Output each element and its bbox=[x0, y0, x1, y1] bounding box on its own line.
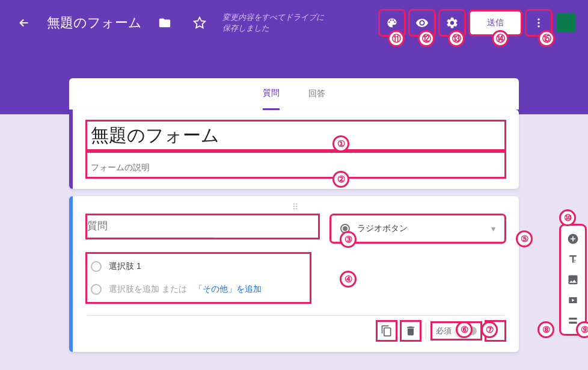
required-toggle-group[interactable]: 必須 bbox=[432, 323, 480, 339]
add-section-button[interactable] bbox=[563, 311, 583, 330]
delete-button[interactable] bbox=[402, 322, 420, 340]
svg-point-0 bbox=[537, 19, 539, 20]
svg-point-2 bbox=[537, 25, 539, 27]
tab-responses[interactable]: 回答 bbox=[308, 79, 325, 109]
required-label: 必須 bbox=[436, 325, 452, 336]
add-image-button[interactable] bbox=[563, 270, 583, 289]
more-menu-button[interactable] bbox=[527, 11, 551, 35]
add-question-button[interactable] bbox=[563, 229, 583, 248]
radio-empty-icon bbox=[91, 284, 102, 295]
svg-point-1 bbox=[537, 22, 539, 23]
add-option-label: 選択肢を追加 または bbox=[109, 284, 187, 295]
question-input[interactable] bbox=[87, 215, 215, 238]
svg-rect-7 bbox=[569, 318, 577, 319]
form-editor: 質問 回答 ⠿ ラジオボタン ▾ 選択肢 1 bbox=[69, 78, 519, 359]
svg-rect-8 bbox=[569, 322, 577, 324]
svg-point-4 bbox=[495, 330, 497, 332]
back-button[interactable] bbox=[12, 11, 36, 35]
avatar[interactable] bbox=[557, 13, 576, 32]
form-description-input[interactable] bbox=[91, 159, 501, 176]
title-card bbox=[69, 109, 519, 189]
question-type-label: ラジオボタン bbox=[357, 223, 408, 234]
save-status: 変更内容をすべてドライブに保存しました bbox=[222, 12, 325, 34]
theme-button[interactable] bbox=[380, 11, 404, 35]
radio-empty-icon bbox=[91, 261, 102, 272]
send-button[interactable]: 送信 bbox=[470, 11, 521, 34]
form-title-header[interactable]: 無題のフォーム bbox=[47, 14, 142, 32]
add-title-button[interactable]: T bbox=[563, 250, 583, 269]
callout-8: ⑧ bbox=[537, 321, 554, 338]
svg-point-3 bbox=[495, 327, 497, 328]
svg-point-5 bbox=[495, 333, 497, 335]
duplicate-button[interactable] bbox=[378, 322, 396, 340]
option-label: 選択肢 1 bbox=[109, 261, 141, 272]
add-video-button[interactable] bbox=[563, 291, 583, 310]
svg-text:T: T bbox=[574, 259, 577, 264]
star-icon[interactable] bbox=[188, 11, 212, 35]
folder-icon[interactable] bbox=[153, 11, 177, 35]
radio-icon bbox=[340, 224, 350, 233]
required-toggle[interactable] bbox=[456, 327, 477, 335]
add-other-link[interactable]: 「その他」を追加 bbox=[194, 284, 262, 295]
option-row[interactable]: 選択肢 1 bbox=[91, 255, 306, 278]
question-card: ⠿ ラジオボタン ▾ 選択肢 1 選択肢を追加 または 「その他」を追加 bbox=[69, 196, 519, 352]
form-title-input[interactable] bbox=[91, 123, 501, 148]
tab-questions[interactable]: 質問 bbox=[263, 78, 280, 110]
question-footer: 必須 bbox=[87, 315, 504, 340]
callout-10: ⑩ bbox=[559, 209, 576, 226]
tabs: 質問 回答 bbox=[69, 78, 519, 109]
settings-button[interactable] bbox=[440, 11, 464, 35]
chevron-down-icon: ▾ bbox=[491, 224, 495, 233]
question-more-button[interactable] bbox=[486, 322, 504, 340]
question-type-dropdown[interactable]: ラジオボタン ▾ bbox=[331, 215, 504, 242]
preview-button[interactable] bbox=[410, 11, 434, 35]
add-option-row[interactable]: 選択肢を追加 または 「その他」を追加 bbox=[91, 278, 306, 301]
sidebar-tools: T bbox=[561, 226, 585, 334]
drag-handle-icon[interactable]: ⠿ bbox=[87, 202, 504, 212]
options-block: 選択肢 1 選択肢を追加 または 「その他」を追加 bbox=[87, 254, 310, 302]
divider bbox=[426, 322, 426, 339]
